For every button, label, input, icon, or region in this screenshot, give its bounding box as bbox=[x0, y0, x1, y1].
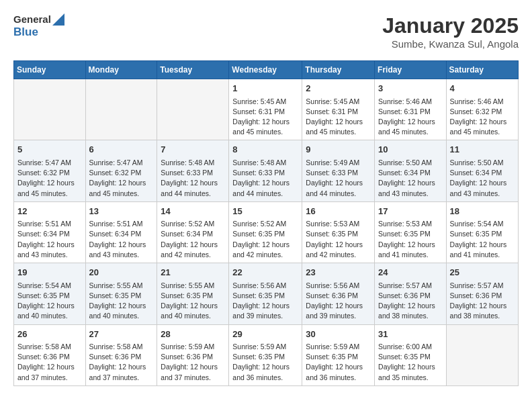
svg-marker-0 bbox=[52, 13, 64, 26]
day-info: Sunrise: 5:59 AM Sunset: 6:35 PM Dayligh… bbox=[232, 342, 298, 383]
logo: General Blue bbox=[13, 13, 64, 39]
calendar-cell: 18Sunrise: 5:54 AM Sunset: 6:35 PM Dayli… bbox=[446, 201, 518, 263]
day-info: Sunrise: 5:52 AM Sunset: 6:35 PM Dayligh… bbox=[232, 219, 298, 260]
calendar-cell: 20Sunrise: 5:55 AM Sunset: 6:35 PM Dayli… bbox=[85, 263, 157, 324]
calendar-cell: 22Sunrise: 5:56 AM Sunset: 6:35 PM Dayli… bbox=[229, 263, 302, 324]
logo-general-text: General bbox=[13, 13, 51, 26]
day-info: Sunrise: 5:58 AM Sunset: 6:36 PM Dayligh… bbox=[17, 342, 82, 383]
page-subtitle: Sumbe, Kwanza Sul, Angola bbox=[382, 38, 519, 50]
calendar-cell: 12Sunrise: 5:51 AM Sunset: 6:34 PM Dayli… bbox=[14, 201, 86, 263]
calendar-cell: 17Sunrise: 5:53 AM Sunset: 6:35 PM Dayli… bbox=[375, 201, 447, 263]
header-saturday: Saturday bbox=[446, 61, 518, 79]
day-info: Sunrise: 5:51 AM Sunset: 6:34 PM Dayligh… bbox=[17, 219, 82, 260]
calendar-cell bbox=[446, 324, 518, 385]
calendar-cell: 6Sunrise: 5:47 AM Sunset: 6:32 PM Daylig… bbox=[85, 140, 157, 201]
calendar-cell bbox=[157, 79, 229, 140]
calendar-cell: 24Sunrise: 5:57 AM Sunset: 6:36 PM Dayli… bbox=[375, 263, 447, 324]
logo-triangle-icon bbox=[52, 13, 64, 26]
day-info: Sunrise: 5:56 AM Sunset: 6:36 PM Dayligh… bbox=[306, 281, 371, 322]
calendar-cell: 29Sunrise: 5:59 AM Sunset: 6:35 PM Dayli… bbox=[229, 324, 302, 385]
calendar-cell: 19Sunrise: 5:54 AM Sunset: 6:35 PM Dayli… bbox=[14, 263, 86, 324]
calendar-week-row: 12Sunrise: 5:51 AM Sunset: 6:34 PM Dayli… bbox=[14, 201, 519, 263]
calendar-cell: 3Sunrise: 5:46 AM Sunset: 6:31 PM Daylig… bbox=[375, 79, 447, 140]
day-number: 26 bbox=[17, 328, 82, 341]
day-info: Sunrise: 5:51 AM Sunset: 6:34 PM Dayligh… bbox=[89, 219, 154, 260]
day-info: Sunrise: 5:58 AM Sunset: 6:36 PM Dayligh… bbox=[89, 342, 154, 383]
calendar-header-row: Sunday Monday Tuesday Wednesday Thursday… bbox=[14, 61, 519, 79]
day-number: 4 bbox=[450, 82, 515, 95]
calendar-cell: 27Sunrise: 5:58 AM Sunset: 6:36 PM Dayli… bbox=[85, 324, 157, 385]
day-number: 31 bbox=[378, 328, 443, 341]
calendar-week-row: 1Sunrise: 5:45 AM Sunset: 6:31 PM Daylig… bbox=[14, 79, 519, 140]
day-number: 2 bbox=[306, 82, 371, 95]
calendar-cell: 4Sunrise: 5:46 AM Sunset: 6:32 PM Daylig… bbox=[446, 79, 518, 140]
day-number: 22 bbox=[232, 266, 298, 279]
day-info: Sunrise: 5:56 AM Sunset: 6:35 PM Dayligh… bbox=[232, 281, 298, 322]
day-info: Sunrise: 5:55 AM Sunset: 6:35 PM Dayligh… bbox=[89, 281, 154, 322]
day-info: Sunrise: 5:53 AM Sunset: 6:35 PM Dayligh… bbox=[378, 219, 443, 260]
calendar-cell: 23Sunrise: 5:56 AM Sunset: 6:36 PM Dayli… bbox=[302, 263, 375, 324]
calendar-cell: 26Sunrise: 5:58 AM Sunset: 6:36 PM Dayli… bbox=[14, 324, 86, 385]
logo-blue-text: Blue bbox=[13, 26, 64, 39]
day-info: Sunrise: 5:50 AM Sunset: 6:34 PM Dayligh… bbox=[378, 158, 443, 199]
day-info: Sunrise: 5:57 AM Sunset: 6:36 PM Dayligh… bbox=[450, 281, 515, 322]
day-info: Sunrise: 6:00 AM Sunset: 6:35 PM Dayligh… bbox=[378, 342, 443, 383]
calendar-week-row: 19Sunrise: 5:54 AM Sunset: 6:35 PM Dayli… bbox=[14, 263, 519, 324]
day-number: 20 bbox=[89, 266, 154, 279]
header-friday: Friday bbox=[375, 61, 447, 79]
page-title: January 2025 bbox=[382, 13, 519, 38]
day-number: 25 bbox=[450, 266, 515, 279]
day-number: 11 bbox=[450, 143, 515, 156]
day-number: 13 bbox=[89, 205, 154, 218]
day-info: Sunrise: 5:55 AM Sunset: 6:35 PM Dayligh… bbox=[161, 281, 225, 322]
day-info: Sunrise: 5:54 AM Sunset: 6:35 PM Dayligh… bbox=[450, 219, 515, 260]
day-info: Sunrise: 5:47 AM Sunset: 6:32 PM Dayligh… bbox=[89, 158, 154, 199]
calendar-cell: 31Sunrise: 6:00 AM Sunset: 6:35 PM Dayli… bbox=[375, 324, 447, 385]
day-info: Sunrise: 5:54 AM Sunset: 6:35 PM Dayligh… bbox=[17, 281, 82, 322]
day-info: Sunrise: 5:49 AM Sunset: 6:33 PM Dayligh… bbox=[306, 158, 371, 199]
calendar-cell: 13Sunrise: 5:51 AM Sunset: 6:34 PM Dayli… bbox=[85, 201, 157, 263]
day-number: 12 bbox=[17, 205, 82, 218]
day-number: 14 bbox=[161, 205, 225, 218]
calendar-cell: 10Sunrise: 5:50 AM Sunset: 6:34 PM Dayli… bbox=[375, 140, 447, 201]
page-header: General Blue January 2025 Sumbe, Kwanza … bbox=[13, 13, 519, 50]
day-number: 6 bbox=[89, 143, 154, 156]
day-number: 17 bbox=[378, 205, 443, 218]
day-info: Sunrise: 5:50 AM Sunset: 6:34 PM Dayligh… bbox=[450, 158, 515, 199]
calendar-table: Sunday Monday Tuesday Wednesday Thursday… bbox=[13, 60, 519, 386]
day-info: Sunrise: 5:46 AM Sunset: 6:32 PM Dayligh… bbox=[450, 97, 515, 138]
calendar-cell: 15Sunrise: 5:52 AM Sunset: 6:35 PM Dayli… bbox=[229, 201, 302, 263]
calendar-cell: 8Sunrise: 5:48 AM Sunset: 6:33 PM Daylig… bbox=[229, 140, 302, 201]
calendar-cell: 11Sunrise: 5:50 AM Sunset: 6:34 PM Dayli… bbox=[446, 140, 518, 201]
calendar-week-row: 5Sunrise: 5:47 AM Sunset: 6:32 PM Daylig… bbox=[14, 140, 519, 201]
header-wednesday: Wednesday bbox=[229, 61, 302, 79]
day-info: Sunrise: 5:57 AM Sunset: 6:36 PM Dayligh… bbox=[378, 281, 443, 322]
calendar-week-row: 26Sunrise: 5:58 AM Sunset: 6:36 PM Dayli… bbox=[14, 324, 519, 385]
calendar-cell: 21Sunrise: 5:55 AM Sunset: 6:35 PM Dayli… bbox=[157, 263, 229, 324]
header-monday: Monday bbox=[85, 61, 157, 79]
day-info: Sunrise: 5:45 AM Sunset: 6:31 PM Dayligh… bbox=[306, 97, 371, 138]
header-tuesday: Tuesday bbox=[157, 61, 229, 79]
day-number: 23 bbox=[306, 266, 371, 279]
day-number: 9 bbox=[306, 143, 371, 156]
calendar-cell: 30Sunrise: 5:59 AM Sunset: 6:35 PM Dayli… bbox=[302, 324, 375, 385]
day-number: 7 bbox=[161, 143, 225, 156]
day-info: Sunrise: 5:59 AM Sunset: 6:35 PM Dayligh… bbox=[306, 342, 371, 383]
calendar-cell: 1Sunrise: 5:45 AM Sunset: 6:31 PM Daylig… bbox=[229, 79, 302, 140]
calendar-cell bbox=[14, 79, 86, 140]
calendar-cell bbox=[85, 79, 157, 140]
day-number: 19 bbox=[17, 266, 82, 279]
day-number: 18 bbox=[450, 205, 515, 218]
day-info: Sunrise: 5:53 AM Sunset: 6:35 PM Dayligh… bbox=[306, 219, 371, 260]
calendar-cell: 9Sunrise: 5:49 AM Sunset: 6:33 PM Daylig… bbox=[302, 140, 375, 201]
day-info: Sunrise: 5:52 AM Sunset: 6:34 PM Dayligh… bbox=[161, 219, 225, 260]
calendar-cell: 7Sunrise: 5:48 AM Sunset: 6:33 PM Daylig… bbox=[157, 140, 229, 201]
day-number: 30 bbox=[306, 328, 371, 341]
day-info: Sunrise: 5:45 AM Sunset: 6:31 PM Dayligh… bbox=[232, 97, 298, 138]
day-number: 29 bbox=[232, 328, 298, 341]
header-sunday: Sunday bbox=[14, 61, 86, 79]
calendar-cell: 28Sunrise: 5:59 AM Sunset: 6:36 PM Dayli… bbox=[157, 324, 229, 385]
day-info: Sunrise: 5:46 AM Sunset: 6:31 PM Dayligh… bbox=[378, 97, 443, 138]
day-number: 16 bbox=[306, 205, 371, 218]
day-number: 3 bbox=[378, 82, 443, 95]
